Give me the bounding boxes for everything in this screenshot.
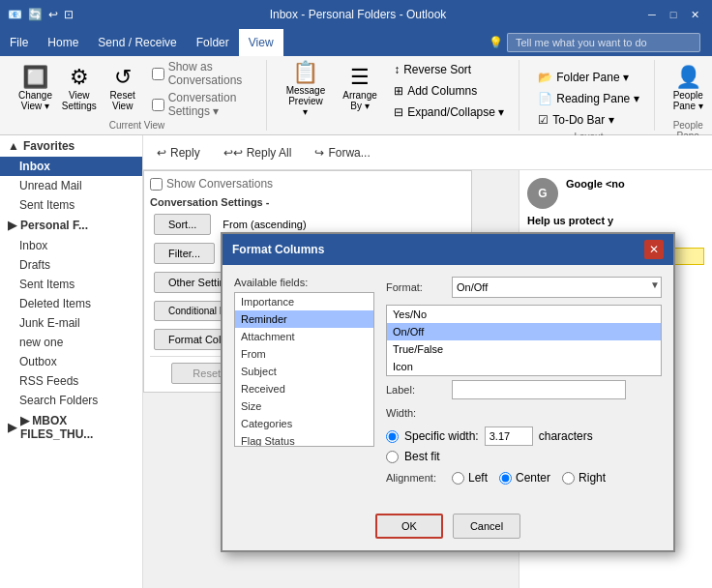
add-columns-button[interactable]: ⊞ Add Columns	[387, 81, 511, 101]
field-importance[interactable]: Importance	[235, 293, 373, 310]
conv-settings-title: Conversation Settings -	[150, 196, 465, 208]
sort-button[interactable]: Sort...	[154, 214, 211, 235]
email-header: G Google <no	[527, 178, 704, 209]
people-pane-button[interactable]: 👤 PeoplePane ▾	[667, 60, 710, 118]
format-label: Format:	[386, 281, 444, 293]
align-right[interactable]: Right	[562, 471, 606, 485]
field-from[interactable]: From	[235, 345, 373, 363]
arrange-by-button[interactable]: ☰ ArrangeBy ▾	[337, 60, 383, 118]
show-conversations-row: Show Conversations	[150, 177, 465, 191]
format-panel: Format: On/Off ▼ Yes/No On/Off	[386, 277, 662, 492]
field-attachment[interactable]: Attachment	[235, 328, 373, 345]
align-center[interactable]: Center	[499, 471, 550, 485]
maximize-button[interactable]: □	[664, 5, 683, 24]
reverse-sort-button[interactable]: ↕ Reverse Sort	[387, 60, 511, 79]
reply-icon: ↩	[157, 146, 166, 160]
dropdown-yes-no[interactable]: Yes/No	[387, 306, 661, 323]
sidebar-item-sent-items-favorites[interactable]: Sent Items	[0, 195, 142, 215]
field-flag-status[interactable]: Flag Status	[235, 432, 373, 447]
align-center-label: Center	[516, 471, 550, 485]
title-bar-left: 📧 🔄 ↩ ⊡	[8, 8, 74, 21]
menu-file[interactable]: File	[0, 29, 38, 56]
sidebar-item-inbox[interactable]: Inbox	[0, 236, 142, 255]
sidebar-item-outbox[interactable]: Outbox	[0, 352, 142, 371]
search-input[interactable]	[507, 33, 700, 52]
reply-all-button[interactable]: ↩↩ Reply All	[218, 142, 298, 163]
sidebar-item-new-one[interactable]: new one	[0, 333, 142, 352]
show-conversations-check[interactable]	[150, 178, 163, 191]
sidebar-item-inbox-favorites[interactable]: Inbox	[0, 157, 142, 176]
todo-bar-button[interactable]: ☑ To-Do Bar ▾	[531, 110, 645, 130]
field-reminder[interactable]: Reminder	[235, 310, 373, 328]
forward-button[interactable]: ↪ Forwa...	[309, 142, 375, 163]
dropdown-icon[interactable]: Icon	[387, 358, 661, 375]
specific-width-radio[interactable]	[386, 430, 399, 443]
mbox-header[interactable]: ▶ ▶ MBOX FILES_THU...	[0, 410, 142, 445]
field-list-container: Available fields: Importance Reminder At…	[234, 277, 374, 492]
personal-folders-header[interactable]: ▶ Personal F...	[0, 215, 142, 236]
dialog-close-button[interactable]: ✕	[644, 240, 664, 259]
view-settings-button[interactable]: ⚙ ViewSettings	[59, 60, 100, 118]
reply-button[interactable]: ↩ Reply	[151, 142, 206, 163]
align-left[interactable]: Left	[452, 471, 488, 485]
favorites-label: Favorites	[23, 139, 74, 153]
dropdown-on-off[interactable]: On/Off	[387, 323, 661, 340]
label-field-label: Label:	[386, 384, 444, 396]
menu-home[interactable]: Home	[38, 29, 88, 56]
favorites-header[interactable]: ▲ Favorites	[0, 135, 142, 157]
arrange-icon: ☰	[350, 67, 370, 88]
reset-view-button[interactable]: ↺ ResetView	[104, 60, 142, 118]
specific-width-row: Specific width: characters	[386, 426, 593, 446]
ribbon-group-current-view: 🔲 ChangeView ▾ ⚙ ViewSettings ↺ ResetVie…	[8, 60, 267, 131]
best-fit-radio[interactable]	[386, 451, 399, 463]
message-preview-button[interactable]: 📋 MessagePreview ▾	[279, 60, 333, 118]
sidebar-item-sent-items[interactable]: Sent Items	[0, 275, 142, 294]
sidebar-item-search-folders[interactable]: Search Folders	[0, 391, 142, 410]
sidebar-item-drafts[interactable]: Drafts	[0, 255, 142, 275]
best-fit-label: Best fit	[404, 450, 440, 463]
menu-send-receive[interactable]: Send / Receive	[88, 29, 186, 56]
specific-width-input[interactable]	[485, 426, 533, 446]
field-categories[interactable]: Categories	[235, 415, 373, 432]
personal-triangle: ▶	[8, 219, 16, 232]
align-left-radio[interactable]	[452, 472, 464, 485]
change-view-icon: 🔲	[22, 67, 48, 88]
menu-folder[interactable]: Folder	[187, 29, 239, 56]
dropdown-true-false[interactable]: True/False	[387, 340, 661, 358]
format-select[interactable]: On/Off	[452, 277, 662, 298]
expand-collapse-button[interactable]: ⊟ Expand/Collapse ▾	[387, 103, 511, 122]
show-conversations-checkbox-label[interactable]: Show as Conversations	[152, 60, 258, 87]
fields-list: Importance Reminder Attachment From Subj…	[234, 292, 374, 447]
sidebar-item-deleted-items[interactable]: Deleted Items	[0, 294, 142, 313]
width-options: Specific width: characters Best fit	[386, 426, 593, 463]
folder-pane-button[interactable]: 📂 Folder Pane ▾	[531, 68, 645, 87]
people-pane-buttons: 👤 PeoplePane ▾	[667, 60, 710, 118]
conversation-settings-checkbox-label[interactable]: Conversation Settings ▾	[152, 91, 258, 118]
add-columns-icon: ⊞	[394, 84, 403, 98]
alignment-label: Alignment:	[386, 472, 444, 484]
dialog-ok-button[interactable]: OK	[375, 514, 443, 539]
menu-view[interactable]: View	[239, 29, 283, 56]
conversation-settings-checkbox[interactable]	[152, 99, 164, 111]
field-subject[interactable]: Subject	[235, 363, 373, 380]
dialog-cancel-button[interactable]: Cancel	[453, 514, 520, 539]
field-received[interactable]: Received	[235, 380, 373, 397]
mbox-label: ▶ MBOX FILES_THU...	[20, 414, 134, 441]
label-input[interactable]	[452, 380, 626, 399]
close-button[interactable]: ✕	[685, 5, 704, 24]
reading-pane-button[interactable]: 📄 Reading Pane ▾	[531, 89, 645, 108]
align-center-radio[interactable]	[499, 472, 512, 485]
field-size[interactable]: Size	[235, 397, 373, 415]
sidebar-item-rss[interactable]: RSS Feeds	[0, 371, 142, 391]
title-bar: 📧 🔄 ↩ ⊡ Inbox - Personal Folders - Outlo…	[0, 0, 712, 29]
align-right-radio[interactable]	[562, 472, 575, 485]
show-conversations-checkbox[interactable]	[152, 68, 164, 80]
sidebar-item-junk[interactable]: Junk E-mail	[0, 313, 142, 333]
dialog-body: Available fields: Importance Reminder At…	[222, 265, 673, 504]
ribbon-group-arrangement: 📋 MessagePreview ▾ ☰ ArrangeBy ▾ ↕ Rever…	[271, 60, 519, 131]
change-view-button[interactable]: 🔲 ChangeView ▾	[15, 60, 55, 118]
window-title: Inbox - Personal Folders - Outlook	[270, 8, 447, 21]
sidebar-item-unread-mail[interactable]: Unread Mail	[0, 176, 142, 195]
minimize-button[interactable]: ─	[642, 5, 662, 24]
filter-button[interactable]: Filter...	[154, 243, 215, 264]
